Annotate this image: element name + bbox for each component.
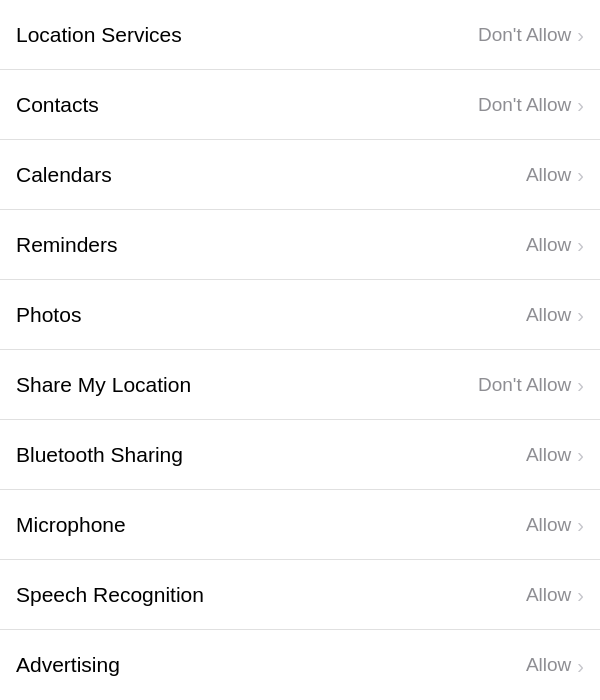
settings-row[interactable]: ContactsDon't Allow›: [0, 70, 600, 140]
row-value: Allow: [526, 654, 571, 676]
row-label: Microphone: [16, 513, 126, 537]
chevron-right-icon: ›: [577, 515, 584, 535]
row-value: Allow: [526, 164, 571, 186]
row-label: Share My Location: [16, 373, 191, 397]
chevron-right-icon: ›: [577, 656, 584, 676]
row-left: Bluetooth Sharing: [16, 443, 183, 467]
row-right: Don't Allow›: [478, 94, 584, 116]
row-left: Reminders: [16, 233, 118, 257]
row-left: Share My Location: [16, 373, 191, 397]
chevron-right-icon: ›: [577, 165, 584, 185]
row-value: Don't Allow: [478, 94, 571, 116]
row-right: Allow›: [526, 164, 584, 186]
chevron-right-icon: ›: [577, 305, 584, 325]
row-right: Don't Allow›: [478, 374, 584, 396]
chevron-right-icon: ›: [577, 235, 584, 255]
row-right: Allow›: [526, 514, 584, 536]
row-right: Don't Allow›: [478, 24, 584, 46]
chevron-right-icon: ›: [577, 445, 584, 465]
settings-row[interactable]: Bluetooth SharingAllow›: [0, 420, 600, 490]
row-right: Allow›: [526, 584, 584, 606]
row-label: Speech Recognition: [16, 583, 204, 607]
row-left: Contacts: [16, 93, 99, 117]
row-value: Allow: [526, 444, 571, 466]
settings-row[interactable]: CalendarsAllow›: [0, 140, 600, 210]
row-right: Allow›: [526, 304, 584, 326]
row-left: Microphone: [16, 513, 126, 537]
row-label: Calendars: [16, 163, 112, 187]
settings-row[interactable]: Location ServicesDon't Allow›: [0, 0, 600, 70]
row-value: Allow: [526, 304, 571, 326]
settings-row[interactable]: RemindersAllow›: [0, 210, 600, 280]
chevron-right-icon: ›: [577, 375, 584, 395]
row-value: Allow: [526, 514, 571, 536]
settings-row[interactable]: PhotosAllow›: [0, 280, 600, 350]
row-right: Allow›: [526, 234, 584, 256]
settings-list: Location ServicesDon't Allow›ContactsDon…: [0, 0, 600, 700]
chevron-right-icon: ›: [577, 95, 584, 115]
row-label: Reminders: [16, 233, 118, 257]
row-left: Photos: [16, 303, 81, 327]
row-value: Don't Allow: [478, 374, 571, 396]
row-label: Advertising: [16, 653, 120, 677]
settings-row[interactable]: AdvertisingAllow›: [0, 630, 600, 700]
row-right: Allow›: [526, 444, 584, 466]
chevron-right-icon: ›: [577, 585, 584, 605]
row-value: Allow: [526, 234, 571, 256]
row-label: Contacts: [16, 93, 99, 117]
chevron-right-icon: ›: [577, 25, 584, 45]
row-value: Allow: [526, 584, 571, 606]
row-label: Location Services: [16, 23, 182, 47]
settings-row[interactable]: Share My LocationDon't Allow›: [0, 350, 600, 420]
row-value: Don't Allow: [478, 24, 571, 46]
settings-row[interactable]: MicrophoneAllow›: [0, 490, 600, 560]
row-right: Allow›: [526, 654, 584, 676]
settings-row[interactable]: Speech RecognitionAllow›: [0, 560, 600, 630]
row-label: Bluetooth Sharing: [16, 443, 183, 467]
row-left: Location Services: [16, 23, 182, 47]
row-label: Photos: [16, 303, 81, 327]
row-left: Speech Recognition: [16, 583, 204, 607]
row-left: Advertising: [16, 653, 120, 677]
row-left: Calendars: [16, 163, 112, 187]
